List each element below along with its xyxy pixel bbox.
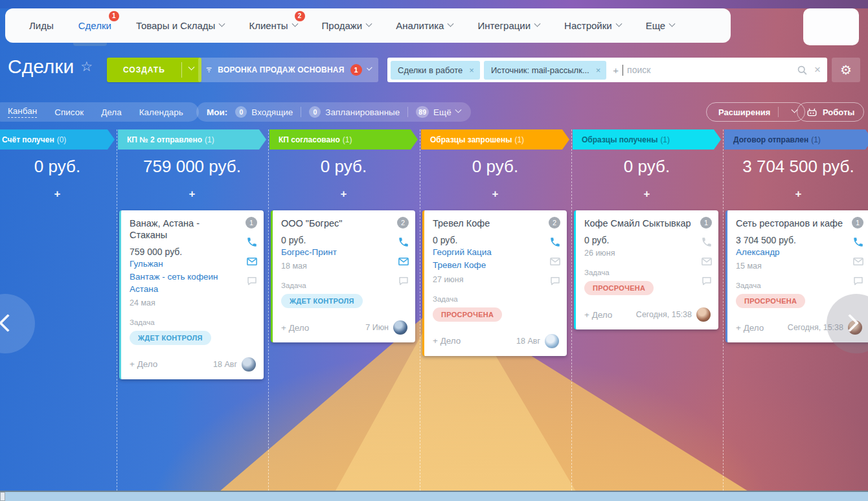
funnel-filter-button[interactable]: ВОРОНКА ПРОДАЖ ОСНОВНАЯ 1 (198, 58, 378, 82)
add-activity-link[interactable]: + Дело (736, 323, 764, 333)
chevron-down-icon (615, 21, 622, 27)
chat-icon[interactable] (398, 275, 409, 287)
add-activity-link[interactable]: + Дело (433, 336, 461, 346)
activity-date: 7 Июн (365, 323, 389, 332)
mail-icon[interactable] (246, 256, 258, 267)
task-status-badge[interactable]: ПРОСРОЧЕНА (584, 281, 654, 295)
add-activity-link[interactable]: + Дело (584, 310, 612, 320)
counter-incoming[interactable]: 0 Входящие (235, 106, 293, 118)
deal-card[interactable]: Ванаж, Астана - Стаканы 1 759 000 руб. Г… (119, 210, 264, 379)
nav-item-integrations[interactable]: Интеграции (477, 15, 540, 36)
mail-icon[interactable] (701, 256, 713, 267)
chat-icon[interactable] (852, 275, 864, 287)
task-status-badge[interactable]: ЖДЕТ КОНТРОЛЯ (281, 294, 363, 308)
deal-title[interactable]: Сеть ресторанов и кафе (736, 217, 862, 229)
company-link[interactable]: Богрес-Принт (281, 247, 407, 258)
window-top-edge (0, 0, 868, 8)
chat-icon[interactable] (701, 275, 713, 287)
deal-date: 24 мая (130, 298, 256, 307)
chip-close-icon[interactable]: × (596, 65, 601, 75)
chat-icon[interactable] (246, 275, 258, 287)
deal-title[interactable]: Ванаж, Астана - Стаканы (130, 217, 256, 241)
column-header[interactable]: Образцы запрошены (1) (421, 129, 569, 150)
task-label: Задача (584, 269, 711, 276)
deal-title[interactable]: Тревел Кофе (433, 217, 559, 229)
avatar[interactable] (242, 357, 256, 372)
add-card-button[interactable]: + (724, 188, 868, 201)
contact-link[interactable]: Георгий Кациа (433, 247, 559, 258)
phone-icon[interactable] (398, 236, 409, 248)
settings-gear-button[interactable]: ⚙ (832, 58, 860, 82)
add-activity-link[interactable]: + Дело (130, 359, 157, 369)
add-card-button[interactable]: + (573, 188, 721, 201)
column-header[interactable]: КП № 2 отправлено (1) (118, 129, 266, 150)
nav-item-more[interactable]: Еще (646, 15, 675, 36)
filter-chip[interactable]: Источник: mail-рассылк... × (484, 61, 606, 80)
page-title: Сделки ☆ (8, 56, 93, 78)
column-sum: 3 704 500 руб. (724, 157, 868, 177)
column-header[interactable]: Договор отправлен (1) (724, 129, 868, 150)
nav-item-leads[interactable]: Лиды (29, 15, 54, 36)
funnel-icon (206, 65, 212, 74)
contact-link[interactable]: Гульжан (130, 258, 256, 270)
search-bar[interactable]: Сделки в работе × Источник: mail-рассылк… (387, 58, 827, 82)
tab-activities[interactable]: Дела (101, 107, 122, 117)
tab-calendar[interactable]: Календарь (139, 107, 183, 117)
add-activity-link[interactable]: + Дело (281, 323, 309, 333)
company-link[interactable]: Тревел Кофе (433, 260, 559, 271)
avatar[interactable] (696, 307, 711, 322)
robots-button[interactable]: Роботы (797, 102, 864, 122)
phone-icon[interactable] (246, 236, 258, 248)
avatar[interactable] (393, 320, 407, 335)
deal-amount: 759 000 руб. (130, 247, 256, 257)
deal-card[interactable]: ООО "Богрес" 2 0 руб. Богрес-Принт 18 ма… (271, 210, 415, 342)
company-link[interactable]: Вантаж - сеть кофеин Астана (130, 271, 256, 295)
clear-search-icon[interactable]: × (814, 63, 821, 76)
task-status-badge[interactable]: ПРОСРОЧЕНА (433, 307, 502, 322)
tab-kanban[interactable]: Канбан (8, 106, 37, 118)
nav-item-analytics[interactable]: Аналитика (396, 15, 453, 36)
phone-icon[interactable] (549, 236, 561, 248)
nav-item-products[interactable]: Товары и Склады (136, 15, 225, 36)
search-input[interactable] (627, 65, 793, 75)
task-status-badge[interactable]: ПРОСРОЧЕНА (736, 294, 805, 308)
contact-link[interactable]: Александр (736, 247, 862, 258)
mail-icon[interactable] (852, 256, 864, 267)
filter-chip[interactable]: Сделки в работе × (391, 61, 480, 80)
chat-icon[interactable] (549, 275, 561, 287)
add-card-button[interactable]: + (269, 188, 418, 201)
counter-more[interactable]: 89 Ещё (416, 106, 460, 118)
mail-icon[interactable] (398, 256, 409, 267)
deal-count-badge: 2 (397, 217, 409, 228)
deal-count-badge: 2 (549, 217, 560, 228)
kanban-column-samples-received: Образцы получены (1) 0 руб. + Кофе Смайл… (573, 129, 721, 491)
deal-title[interactable]: ООО "Богрес" (281, 217, 407, 229)
column-header[interactable]: Счёт получен (0) (0, 129, 115, 150)
task-status-badge[interactable]: ЖДЕТ КОНТРОЛЯ (130, 331, 211, 345)
nav-item-clients[interactable]: Клиенты 2 (249, 15, 297, 36)
phone-icon[interactable] (701, 236, 713, 248)
extensions-button[interactable]: Расширения (706, 102, 805, 122)
avatar[interactable] (545, 334, 559, 348)
tab-list[interactable]: Список (54, 107, 84, 117)
mail-icon[interactable] (549, 256, 561, 267)
counter-planned[interactable]: 0 Запланированные (309, 106, 400, 118)
chip-close-icon[interactable]: × (469, 65, 474, 75)
create-button[interactable]: СОЗДАТЬ (107, 58, 201, 82)
favorite-star-icon[interactable]: ☆ (80, 59, 93, 74)
add-card-button[interactable]: + (118, 188, 266, 201)
add-card-button[interactable]: + (0, 188, 115, 201)
nav-item-sales[interactable]: Продажи (322, 15, 372, 36)
deal-card[interactable]: Тревел Кофе 2 0 руб. Георгий Кациа Треве… (422, 210, 567, 356)
column-header[interactable]: КП согласовано (1) (269, 129, 418, 150)
phone-icon[interactable] (852, 236, 864, 248)
add-card-button[interactable]: + (421, 188, 569, 201)
nav-item-deals[interactable]: Сделки 1 (78, 15, 111, 36)
my-counters: Мои: 0 Входящие 0 Запланированные 89 Ещё (196, 102, 471, 122)
deal-card[interactable]: Кофе Смайл Сыктывкар 1 0 руб. 26 июня За… (574, 210, 718, 329)
nav-item-settings[interactable]: Настройки (564, 15, 621, 36)
search-icon[interactable] (797, 65, 808, 76)
task-label: Задача (130, 318, 256, 326)
deal-title[interactable]: Кофе Смайл Сыктывкар (584, 217, 711, 229)
column-header[interactable]: Образцы получены (1) (573, 129, 721, 150)
